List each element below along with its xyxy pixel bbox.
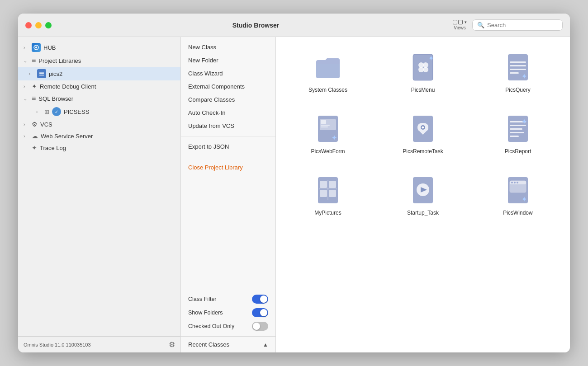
minimize-button[interactable]	[35, 22, 42, 28]
grid-item-label: MyPictures	[314, 210, 341, 216]
pics-menu-icon: ✦	[407, 52, 439, 83]
svg-rect-29	[510, 128, 522, 130]
menu-item-class-wizard[interactable]: Class Wizard	[181, 67, 275, 80]
folder-icon	[312, 52, 344, 83]
menu-item-export-json[interactable]: Export to JSON	[181, 140, 275, 153]
sidebar-item-label: pics2	[49, 70, 62, 77]
sidebar-item-vcs[interactable]: › ⚙ VCS	[18, 118, 180, 130]
svg-rect-20	[321, 120, 326, 124]
grid-item-label: PicsQuery	[505, 87, 530, 93]
sidebar-item-label: SQL Browser	[38, 95, 73, 102]
class-filter-label: Class Filter	[188, 296, 217, 302]
traffic-lights	[25, 22, 52, 28]
svg-rect-30	[510, 132, 524, 133]
sidebar-item-sql-browser[interactable]: ⌄ ≡ SQL Browser	[18, 92, 180, 105]
menu-item-compare-classes[interactable]: Compare Classes	[181, 93, 275, 106]
chevron-right-icon: ›	[36, 109, 42, 114]
toggle-knob	[260, 309, 267, 316]
sidebar-item-label: Project Libraries	[38, 57, 81, 64]
recent-classes-label: Recent Classes	[188, 341, 229, 348]
svg-text:✦: ✦	[522, 118, 527, 125]
menu-item-auto-checkin[interactable]: Auto Check-In	[181, 106, 275, 119]
views-button[interactable]: ▾ Views	[453, 20, 467, 30]
grid-item-pics-webform[interactable]: ✦ PicsWebForm	[285, 108, 371, 160]
pics-remote-task-icon	[407, 113, 439, 145]
toggle-knob	[260, 296, 267, 303]
show-folders-toggle[interactable]	[252, 308, 268, 317]
sidebar-item-hub[interactable]: › HUB	[18, 41, 180, 54]
menu-item-new-class[interactable]: New Class	[181, 41, 275, 54]
sidebar-item-pics2[interactable]: › pics2	[18, 67, 180, 80]
grid-item-label: Startup_Task	[407, 210, 439, 216]
cloud-icon: ☁	[32, 132, 38, 140]
maximize-button[interactable]	[45, 22, 52, 28]
picsess-icon: ⊞	[44, 108, 49, 115]
checked-out-label: Checked Out Only	[188, 323, 234, 329]
vcs-icon: ⚙	[32, 121, 38, 128]
grid-item-pics-report[interactable]: ✦ PicsReport	[475, 108, 561, 160]
main-content: › HUB ⌄ ≡ Project Libraries ›	[18, 37, 570, 352]
chevron-up-icon: ▲	[263, 342, 268, 348]
class-filter-toggle[interactable]	[252, 295, 268, 304]
search-box[interactable]: 🔍	[472, 19, 563, 31]
sidebar-item-label: Web Service Server	[41, 133, 93, 140]
chevron-right-icon: ›	[24, 134, 29, 139]
svg-point-47	[517, 182, 518, 183]
sidebar-item-picsess[interactable]: › ⊞ ✓ PICSESS	[18, 105, 180, 118]
grid-item-startup-task[interactable]: Startup_Task	[380, 169, 466, 221]
grid-item-pics-window[interactable]: ✦ PicsWindow	[475, 169, 561, 221]
svg-rect-34	[320, 181, 327, 188]
svg-point-1	[35, 47, 37, 48]
toggle-section: Class Filter Show Folders Checked Out On…	[181, 289, 275, 336]
grid-item-system-classes[interactable]: System Classes	[285, 46, 371, 99]
sidebar-item-remote-debug[interactable]: › ✦ Remote Debug Client	[18, 80, 180, 92]
sidebar: › HUB ⌄ ≡ Project Libraries ›	[18, 37, 181, 352]
grid-item-label: PicsRemoteTask	[403, 148, 443, 155]
sidebar-item-label: HUB	[43, 44, 56, 51]
sidebar-item-trace-log[interactable]: › ✦ Trace Log	[18, 142, 180, 154]
chevron-down-icon: ▾	[465, 20, 467, 24]
sidebar-item-label: Trace Log	[40, 145, 66, 151]
svg-rect-2	[39, 72, 44, 73]
menu-list: New Class New Folder Class Wizard Extern…	[181, 37, 275, 289]
menu-item-close-library[interactable]: Close Project Library	[181, 161, 275, 174]
items-grid: System Classes ✦	[285, 46, 561, 221]
window-title: Studio Browser	[59, 22, 453, 29]
menu-divider-1	[181, 136, 275, 136]
main-window: Studio Browser ▾ Views 🔍	[18, 14, 570, 352]
svg-text:✦: ✦	[332, 134, 337, 141]
grid-item-my-pictures[interactable]: MyPictures	[285, 169, 371, 221]
close-button[interactable]	[25, 22, 32, 28]
settings-icon[interactable]: ⚙	[169, 340, 175, 349]
grid-item-label: PicsWindow	[503, 210, 532, 216]
svg-text:✦: ✦	[428, 55, 434, 62]
grid-item-label: System Classes	[308, 87, 347, 93]
grid-item-pics-query[interactable]: ✦ PicsQuery	[475, 46, 561, 99]
sidebar-item-label: PICSESS	[64, 108, 89, 115]
grid-item-pics-remote-task[interactable]: PicsRemoteTask	[380, 108, 466, 160]
menu-item-update-vcs[interactable]: Update from VCS	[181, 119, 275, 132]
titlebar-right: ▾ Views 🔍	[453, 19, 563, 31]
checked-out-toggle[interactable]	[252, 322, 268, 331]
sidebar-item-label: VCS	[40, 121, 52, 128]
sidebar-item-web-service-server[interactable]: › ☁ Web Service Server	[18, 130, 180, 142]
chevron-down-icon: ⌄	[24, 96, 29, 101]
svg-text:✦: ✦	[522, 196, 527, 203]
chevron-right-icon: ›	[24, 45, 29, 50]
picsess-badge: ✓	[52, 107, 61, 116]
svg-point-46	[514, 182, 516, 183]
right-panel: System Classes ✦	[276, 37, 570, 352]
list-icon: ≡	[32, 56, 36, 65]
toggle-row-class-filter: Class Filter	[188, 295, 268, 304]
sidebar-item-project-libraries[interactable]: ⌄ ≡ Project Libraries	[18, 54, 180, 67]
menu-item-new-folder[interactable]: New Folder	[181, 54, 275, 67]
menu-divider-2	[181, 157, 275, 157]
list-icon: ≡	[32, 94, 36, 103]
svg-text:✦: ✦	[522, 73, 527, 80]
search-input[interactable]	[487, 22, 558, 28]
grid-item-pics-menu[interactable]: ✦ PicsMenu	[380, 46, 466, 99]
recent-classes-bar[interactable]: Recent Classes ▲	[181, 336, 275, 352]
startup-task-icon	[407, 174, 439, 206]
pics-window-icon: ✦	[502, 174, 534, 206]
menu-item-external-components[interactable]: External Components	[181, 80, 275, 93]
